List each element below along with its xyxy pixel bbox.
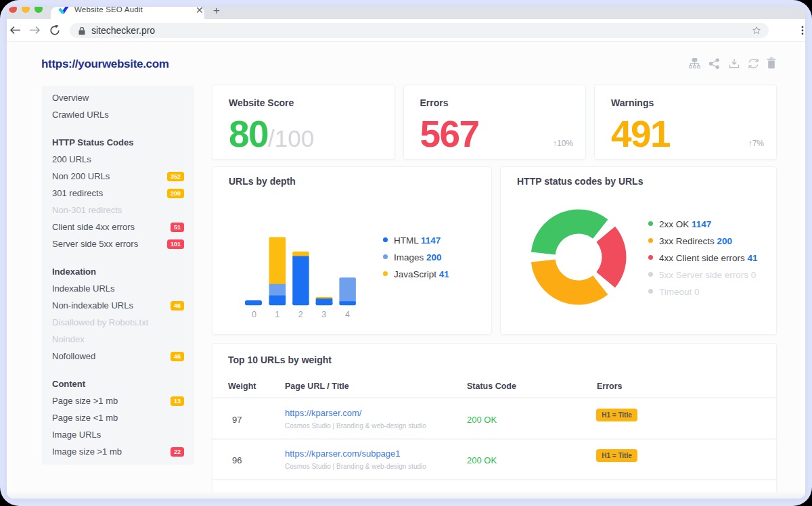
- svg-text:3: 3: [321, 310, 326, 319]
- svg-text:0: 0: [252, 310, 256, 319]
- svg-text:2: 2: [298, 310, 303, 319]
- svg-text:1: 1: [275, 310, 279, 319]
- svg-text:4: 4: [345, 310, 350, 319]
